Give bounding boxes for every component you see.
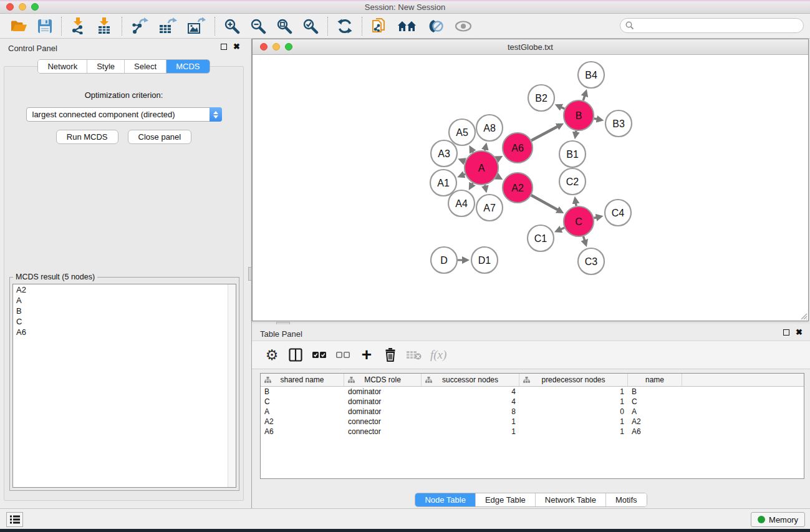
table-cell[interactable]: C xyxy=(261,397,344,407)
table-cell[interactable]: A2 xyxy=(628,417,682,427)
table-cell[interactable]: A6 xyxy=(261,427,344,437)
table-cell[interactable]: 1 xyxy=(519,427,628,437)
table-tab-edge-table[interactable]: Edge Table xyxy=(476,493,536,506)
edge-C-C4[interactable] xyxy=(594,217,597,218)
save-session-icon[interactable] xyxy=(32,16,57,37)
table-tab-network-table[interactable]: Network Table xyxy=(536,493,606,506)
table-cell[interactable]: 1 xyxy=(519,417,628,427)
table-cell[interactable]: 1 xyxy=(422,427,519,437)
zoom-in-icon[interactable] xyxy=(219,16,245,37)
close-table-panel-icon[interactable]: ✖ xyxy=(796,329,803,336)
table-cell[interactable]: dominator xyxy=(344,407,422,417)
edge-B-B1[interactable] xyxy=(576,131,576,133)
table-row[interactable]: A2connector11A2 xyxy=(261,417,804,427)
table-cell[interactable]: 0 xyxy=(519,407,628,417)
toggle-graphics-details-icon[interactable] xyxy=(422,16,450,37)
edge-C-C3[interactable] xyxy=(583,236,584,241)
table-cell[interactable]: dominator xyxy=(344,397,422,407)
result-list-scrollbar[interactable] xyxy=(228,284,236,487)
run-mcds-button[interactable]: Run MCDS xyxy=(56,130,118,144)
column-header-successor-nodes[interactable]: successor nodes xyxy=(422,374,519,386)
table-cell[interactable]: 1 xyxy=(519,387,628,397)
add-row-icon[interactable]: + xyxy=(359,346,374,364)
edge-B-B3[interactable] xyxy=(594,118,597,119)
optimization-criterion-dropdown[interactable]: largest connected component (directed) xyxy=(26,107,222,122)
network-window-titlebar[interactable]: testGlobe.txt xyxy=(253,39,808,55)
column-header-name[interactable]: name xyxy=(628,374,682,386)
edge-B-B2[interactable] xyxy=(561,107,565,109)
home-icon[interactable] xyxy=(392,16,422,37)
edge-A-A7[interactable] xyxy=(485,185,486,186)
new-network-from-selection-icon[interactable] xyxy=(366,16,392,37)
edge-A-A5[interactable] xyxy=(472,151,473,153)
column-header-shared-name[interactable]: shared name xyxy=(261,374,344,386)
close-panel-button[interactable]: Close panel xyxy=(128,130,192,144)
settings-gear-icon[interactable]: ⚙ xyxy=(264,346,279,364)
table-cell[interactable]: A6 xyxy=(628,427,682,437)
float-table-panel-icon[interactable] xyxy=(783,329,789,336)
edge-A-A3[interactable] xyxy=(464,161,465,162)
panel-splitter[interactable] xyxy=(248,39,252,508)
edge-A-A6[interactable] xyxy=(497,159,498,160)
export-image-icon[interactable] xyxy=(182,16,211,37)
edge-A6-B[interactable] xyxy=(531,126,558,140)
table-cell[interactable]: connector xyxy=(344,427,422,437)
table-cell[interactable]: B xyxy=(628,387,682,397)
table-cell[interactable]: B xyxy=(261,387,344,397)
deselect-all-icon[interactable] xyxy=(335,346,350,364)
network-canvas[interactable]: B4B2BB3A8A5A6A3B1AC2A1A2A4A7C4CC1C3DD1 xyxy=(253,55,808,321)
refresh-view-icon[interactable] xyxy=(332,16,358,37)
table-row[interactable]: Cdominator41C xyxy=(261,397,804,407)
export-network-icon[interactable] xyxy=(126,16,153,37)
table-cell[interactable]: 8 xyxy=(422,407,519,417)
zoom-out-icon[interactable] xyxy=(245,16,271,37)
table-cell[interactable]: A xyxy=(628,407,682,417)
show-column-icon[interactable] xyxy=(288,346,303,364)
tab-style[interactable]: Style xyxy=(87,60,125,73)
resize-grip-icon[interactable] xyxy=(799,311,808,320)
tab-mcds[interactable]: MCDS xyxy=(166,60,209,73)
table-row[interactable]: Bdominator41B xyxy=(261,387,804,397)
edge-C-C2[interactable] xyxy=(576,203,576,206)
table-cell[interactable]: 1 xyxy=(519,397,628,407)
edge-A-A4[interactable] xyxy=(472,183,473,185)
table-cell[interactable]: 4 xyxy=(422,387,519,397)
result-list-item[interactable]: A xyxy=(13,295,236,306)
result-list-item[interactable]: A2 xyxy=(13,284,236,295)
delete-row-icon[interactable] xyxy=(383,346,398,364)
table-cell[interactable]: 4 xyxy=(422,397,519,407)
table-cell[interactable]: A xyxy=(261,407,344,417)
open-session-icon[interactable] xyxy=(5,16,32,37)
column-header-MCDS-role[interactable]: MCDS role xyxy=(344,374,422,386)
tab-select[interactable]: Select xyxy=(125,60,166,73)
export-table-icon[interactable] xyxy=(153,16,182,37)
table-row[interactable]: Adominator80A xyxy=(261,407,804,417)
table-cell[interactable]: 1 xyxy=(422,417,519,427)
edge-B-B4[interactable] xyxy=(583,95,585,100)
edge-A-A8[interactable] xyxy=(485,148,486,150)
zoom-selected-icon[interactable] xyxy=(297,16,324,37)
table-cell[interactable]: dominator xyxy=(344,387,422,397)
import-table-from-file-icon[interactable] xyxy=(92,16,118,37)
result-list-item[interactable]: B xyxy=(13,306,236,316)
table-cell[interactable]: connector xyxy=(344,417,422,427)
table-tab-motifs[interactable]: Motifs xyxy=(606,493,647,506)
table-tab-node-table[interactable]: Node Table xyxy=(415,493,476,506)
edge-A2-C[interactable] xyxy=(531,195,559,210)
edge-A-A2[interactable] xyxy=(497,177,498,177)
float-panel-icon[interactable] xyxy=(221,44,227,50)
edge-C-C1[interactable] xyxy=(560,228,564,230)
table-row[interactable]: A6connector11A6 xyxy=(261,427,804,437)
node-table[interactable]: shared nameMCDS rolesuccessor nodesprede… xyxy=(260,373,804,479)
task-history-button[interactable] xyxy=(6,512,23,527)
edge-A-A1[interactable] xyxy=(463,174,465,175)
mcds-result-list[interactable]: A2ABCA6 xyxy=(12,284,236,488)
column-header-predecessor-nodes[interactable]: predecessor nodes xyxy=(519,374,628,386)
table-cell[interactable]: C xyxy=(628,397,682,407)
close-panel-icon[interactable]: ✖ xyxy=(233,44,240,50)
select-all-icon[interactable] xyxy=(312,346,327,364)
result-list-item[interactable]: A6 xyxy=(13,327,236,337)
import-network-from-file-icon[interactable] xyxy=(65,16,92,37)
table-cell[interactable]: A2 xyxy=(261,417,344,427)
memory-button[interactable]: Memory xyxy=(751,512,805,527)
